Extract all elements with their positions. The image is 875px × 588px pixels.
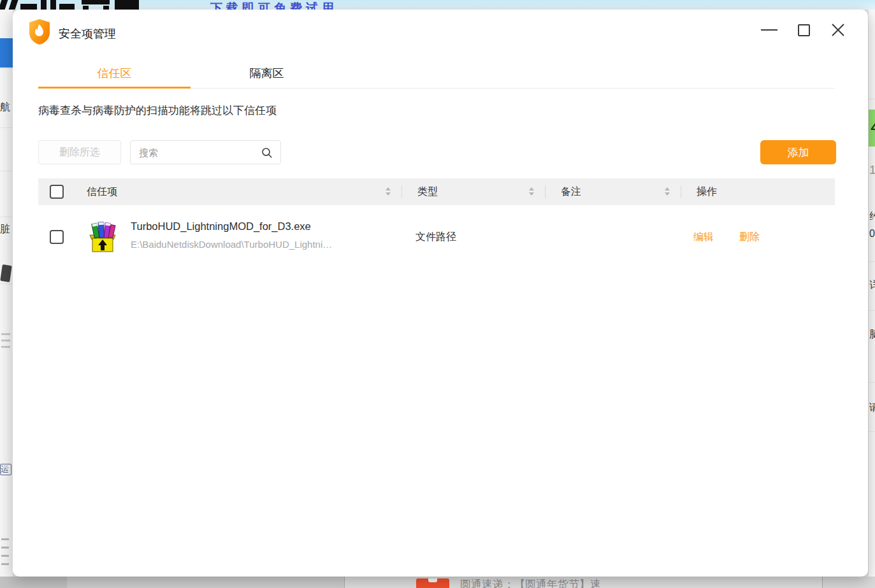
promo-banner-text: 下载即可免费试用 (210, 0, 338, 10)
select-all-checkbox[interactable] (50, 185, 64, 199)
background-top-banner: 下载即可免费试用 (0, 0, 875, 10)
background-blue-block (0, 38, 13, 68)
dialog-title: 安全项管理 (59, 26, 116, 41)
active-tab-underline (38, 87, 191, 89)
logo-fragment (41, 0, 47, 10)
close-button[interactable] (830, 24, 846, 36)
background-text-fragment: 约 (869, 210, 875, 224)
background-text-fragment: 请 (869, 401, 875, 415)
edit-link[interactable]: 编辑 (693, 231, 714, 244)
header-trust-item: 信任项 (87, 178, 117, 205)
background-text-fragment: 详 (869, 279, 875, 292)
background-bottom-strip: 圆通速递：【圆通年货节】速 (0, 577, 875, 588)
minimize-button[interactable] (761, 24, 777, 36)
express-row-text: 圆通速递：【圆通年货节】速 (460, 577, 601, 588)
badge-number-fragment: 4 (871, 116, 875, 138)
background-right-strip: 4 10 约 02 详 脑 请 (868, 10, 875, 577)
tab-trust-zone-label: 信任区 (98, 66, 132, 81)
background-text-fragment: 02 (869, 228, 875, 240)
winrar-sfx-file-icon (87, 221, 118, 253)
window-controls (761, 24, 846, 36)
delete-selected-button[interactable]: 删除所选 (38, 140, 121, 164)
background-count-fragment: 10 (869, 163, 875, 177)
logo-fragment (50, 0, 56, 10)
logo-fragment (82, 0, 110, 4)
file-name: TurboHUD_LightningMOD_for_D3.exe (131, 220, 311, 233)
security-manager-dialog: 安全项管理 信任区 隔离区 病毒查杀与病毒防护的扫描功能将跳过以下信任项 删除所… (13, 10, 868, 577)
header-actions: 操作 (697, 178, 717, 205)
logo-fragment (0, 0, 8, 10)
trust-type-value: 文件路径 (416, 231, 456, 244)
logo-fragment (20, 4, 37, 10)
search-icon[interactable] (261, 147, 273, 161)
sort-trust-item-icon[interactable] (386, 187, 391, 196)
background-box-fragment: 运 (0, 464, 11, 475)
app-shield-icon (28, 18, 51, 45)
file-path: E:\BaiduNetdiskDownload\TurboHUD_Lightni… (131, 239, 332, 250)
background-text-fragment: 脏 (0, 223, 13, 236)
delete-link[interactable]: 删除 (739, 231, 760, 244)
close-icon (831, 23, 845, 37)
tab-quarantine-zone[interactable]: 隔离区 (191, 57, 343, 89)
logo-fragment (59, 4, 75, 10)
logo-fragment (9, 0, 18, 10)
header-type: 类型 (417, 178, 438, 205)
search-box (130, 140, 281, 164)
background-text-fragment: 航 (0, 101, 13, 114)
tab-bar: 信任区 隔离区 (38, 57, 835, 89)
trust-items-table: 信任项 类型 备注 操作 (38, 178, 835, 262)
header-note: 备注 (561, 178, 581, 205)
express-logo-icon (416, 578, 449, 588)
logo-fragment (115, 0, 139, 10)
row-checkbox[interactable] (50, 230, 64, 244)
background-left-strip: 航 脏 运 (0, 10, 13, 577)
search-input[interactable] (131, 141, 280, 164)
maximize-button[interactable] (795, 24, 812, 36)
trust-zone-description: 病毒查杀与病毒防护的扫描功能将跳过以下信任项 (38, 103, 277, 118)
table-row: TurboHUD_LightningMOD_for_D3.exe E:\Baid… (38, 213, 835, 262)
sort-note-icon[interactable] (665, 187, 670, 196)
delete-selected-label: 删除所选 (59, 146, 100, 159)
sort-type-icon[interactable] (529, 187, 534, 196)
table-header-row: 信任项 类型 备注 操作 (38, 178, 835, 205)
add-button-label: 添加 (788, 145, 809, 160)
add-button[interactable]: 添加 (760, 140, 836, 164)
tab-trust-zone[interactable]: 信任区 (38, 57, 191, 89)
background-text-fragment: 脑 (869, 328, 875, 341)
tab-quarantine-zone-label: 隔离区 (250, 66, 284, 81)
background-icon-fragment (0, 264, 11, 282)
background-green-badge: 4 (869, 110, 875, 147)
